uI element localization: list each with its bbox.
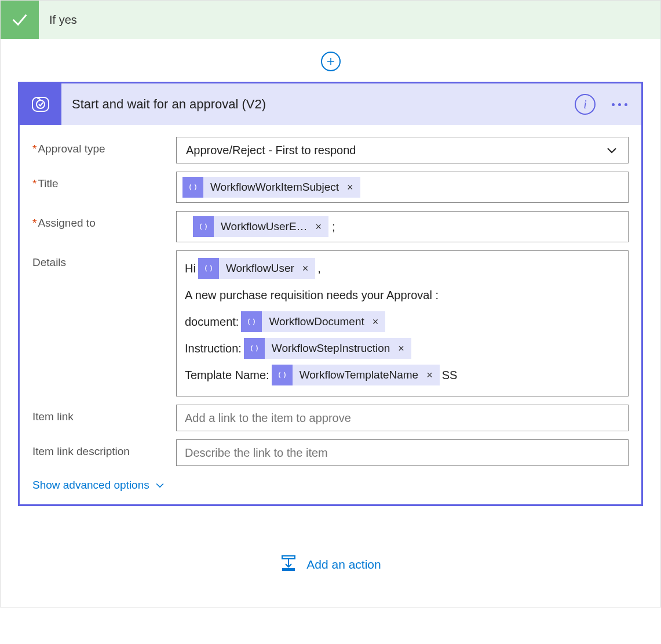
expression-icon bbox=[182, 177, 203, 198]
field-assigned-to: *Assigned to WorkflowUserE… × ; bbox=[32, 211, 629, 242]
svg-point-1 bbox=[36, 100, 45, 108]
field-details: Details Hi WorkflowUser × , A new purcha… bbox=[32, 250, 629, 396]
field-item-link: Item link bbox=[32, 405, 629, 431]
action-title: Start and wait for an approval (V2) bbox=[61, 97, 575, 112]
add-action-row: Add an action bbox=[1, 527, 660, 607]
action-header[interactable]: Start and wait for an approval (V2) i bbox=[20, 83, 641, 125]
label-item-link-desc: Item link description bbox=[32, 439, 176, 458]
action-body: *Approval type Approve/Reject - First to… bbox=[20, 125, 641, 504]
expression-icon bbox=[193, 216, 214, 237]
add-step-button[interactable] bbox=[321, 52, 341, 71]
label-assigned-to: *Assigned to bbox=[32, 211, 176, 230]
condition-header[interactable]: If yes bbox=[1, 1, 660, 39]
approval-action-card: Start and wait for an approval (V2) i *A… bbox=[18, 82, 643, 506]
approval-type-select[interactable]: Approve/Reject - First to respond bbox=[176, 137, 629, 163]
label-title: *Title bbox=[32, 172, 176, 190]
add-action-button[interactable]: Add an action bbox=[306, 558, 381, 572]
token-workflow-user[interactable]: WorkflowUser × bbox=[198, 258, 315, 279]
field-item-link-desc: Item link description bbox=[32, 439, 629, 466]
details-line-5: Template Name: WorkflowTemplateName × SS bbox=[185, 363, 620, 387]
field-title: *Title WorkflowWorkItemSubject × bbox=[32, 172, 629, 203]
token-remove-icon[interactable]: × bbox=[300, 258, 316, 279]
insert-step-row bbox=[1, 39, 660, 82]
plus-icon bbox=[326, 56, 336, 67]
assigned-to-input[interactable]: WorkflowUserE… × ; bbox=[176, 211, 629, 242]
expression-icon bbox=[272, 365, 293, 385]
details-line-2: A new purchase requisition needs your Ap… bbox=[185, 283, 620, 307]
token-workflow-step-instruction[interactable]: WorkflowStepInstruction × bbox=[244, 338, 411, 359]
token-workflow-template-name[interactable]: WorkflowTemplateName × bbox=[272, 365, 440, 385]
chevron-down-icon bbox=[605, 143, 619, 157]
details-line-3: document: WorkflowDocument × bbox=[185, 310, 620, 333]
token-workflow-document[interactable]: WorkflowDocument × bbox=[241, 311, 385, 332]
item-link-field bbox=[176, 405, 629, 431]
chevron-down-icon bbox=[154, 479, 166, 491]
token-remove-icon[interactable]: × bbox=[424, 365, 440, 385]
svg-rect-4 bbox=[282, 568, 295, 571]
details-line-4: Instruction: WorkflowStepInstruction × bbox=[185, 337, 620, 360]
token-remove-icon[interactable]: × bbox=[313, 221, 329, 233]
info-icon: i bbox=[583, 98, 587, 111]
label-details: Details bbox=[32, 250, 176, 269]
condition-title: If yes bbox=[39, 13, 77, 27]
expression-icon bbox=[244, 338, 265, 359]
assigned-to-suffix: ; bbox=[332, 220, 335, 234]
details-input[interactable]: Hi WorkflowUser × , A new purchase requi… bbox=[176, 250, 629, 396]
svg-rect-2 bbox=[282, 556, 295, 559]
more-menu-button[interactable] bbox=[612, 99, 627, 111]
token-remove-icon[interactable]: × bbox=[396, 338, 411, 359]
token-remove-icon[interactable]: × bbox=[370, 311, 386, 332]
approval-icon bbox=[20, 83, 61, 125]
token-workflow-workitem-subject[interactable]: WorkflowWorkItemSubject × bbox=[182, 177, 360, 198]
workflow-branch-container: If yes Start and wait for an approval (V… bbox=[0, 0, 661, 607]
field-approval-type: *Approval type Approve/Reject - First to… bbox=[32, 137, 629, 163]
token-workflow-user-email[interactable]: WorkflowUserE… × bbox=[193, 216, 328, 237]
expression-icon bbox=[198, 258, 219, 279]
expression-icon bbox=[241, 311, 262, 332]
title-input[interactable]: WorkflowWorkItemSubject × bbox=[176, 172, 629, 203]
checkmark-icon bbox=[1, 1, 39, 39]
show-advanced-options[interactable]: Show advanced options bbox=[32, 474, 629, 495]
insert-action-icon[interactable] bbox=[280, 555, 297, 574]
label-approval-type: *Approval type bbox=[32, 137, 176, 155]
approval-type-value: Approve/Reject - First to respond bbox=[186, 144, 356, 157]
item-link-desc-input[interactable] bbox=[177, 440, 628, 465]
info-button[interactable]: i bbox=[575, 94, 596, 115]
item-link-desc-field bbox=[176, 439, 629, 466]
item-link-input[interactable] bbox=[177, 405, 628, 431]
label-item-link: Item link bbox=[32, 405, 176, 423]
token-remove-icon[interactable]: × bbox=[345, 181, 360, 194]
details-line-1: Hi WorkflowUser × , bbox=[185, 257, 620, 280]
